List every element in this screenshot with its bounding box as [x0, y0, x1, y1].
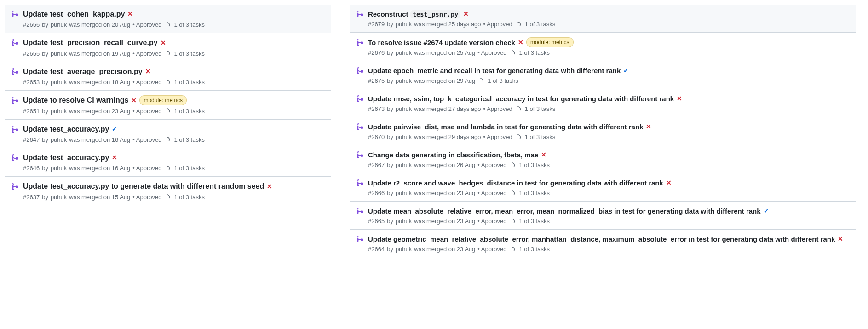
- pr-item[interactable]: Update pairwise_dist, mse and lambda in …: [350, 117, 856, 145]
- pr-title[interactable]: Update test_precision_recall_curve.py: [23, 38, 158, 48]
- pr-item[interactable]: Update test_average_precision.py ✕ #2653…: [5, 62, 331, 90]
- merged-icon: [357, 38, 364, 47]
- label-chip[interactable]: module: metrics: [139, 95, 187, 105]
- pr-title[interactable]: Update test_average_precision.py: [23, 67, 143, 77]
- pr-author[interactable]: puhuk: [396, 162, 412, 168]
- git-merge-icon: [357, 207, 364, 214]
- pr-title[interactable]: Update test_accuracy.py: [23, 153, 109, 163]
- pr-number[interactable]: #2651: [23, 108, 40, 115]
- pr-meta: #2670 by puhuk was merged 29 days ago Ap…: [368, 133, 852, 140]
- pr-title-line: Update test_cohen_kappa.py ✕: [23, 9, 328, 19]
- pr-number[interactable]: #2637: [23, 194, 40, 201]
- pr-tasks: 1 of 3 tasks: [174, 136, 204, 143]
- pr-title[interactable]: Reconstruct test_psnr.py: [368, 9, 460, 19]
- pr-title[interactable]: Update mean_absolute_relative_error, mea…: [368, 206, 761, 216]
- pr-title[interactable]: To resolve issue #2674 update version ch…: [368, 38, 515, 47]
- svg-point-10: [515, 107, 520, 112]
- pr-item[interactable]: Update test_accuracy.py ✓ #2647 by puhuk…: [5, 119, 331, 148]
- pr-title[interactable]: Update test_accuracy.py: [23, 124, 109, 134]
- pr-author[interactable]: puhuk: [51, 165, 67, 172]
- pr-author[interactable]: puhuk: [396, 246, 412, 253]
- pr-number[interactable]: #2667: [368, 162, 385, 168]
- pr-author[interactable]: puhuk: [51, 108, 67, 115]
- pr-title[interactable]: Update test_accuracy.py to generate data…: [23, 181, 264, 191]
- pr-tasks: 1 of 3 tasks: [519, 218, 549, 225]
- pr-body: Update test_accuracy.py ✓ #2647 by puhuk…: [23, 124, 328, 143]
- tasklist-icon: [509, 190, 517, 196]
- pr-author[interactable]: puhuk: [396, 133, 412, 140]
- pr-item[interactable]: To resolve issue #2674 update version ch…: [350, 32, 856, 61]
- pr-item[interactable]: Update test_accuracy.py to generate data…: [5, 176, 331, 205]
- pr-author[interactable]: puhuk: [396, 105, 412, 112]
- pr-merged: was merged on 23 Aug: [414, 218, 475, 225]
- pr-meta: #2664 by puhuk was merged on 23 Aug Appr…: [368, 246, 852, 253]
- git-merge-icon: [357, 95, 364, 102]
- pr-by: by: [387, 77, 393, 84]
- pr-tasks: 1 of 3 tasks: [525, 133, 555, 140]
- pr-by: by: [387, 246, 393, 253]
- pr-title-text: Reconstruct: [368, 10, 410, 18]
- pr-title[interactable]: Change data generating in classification…: [368, 150, 538, 160]
- pr-item[interactable]: Change data generating in classification…: [350, 145, 856, 173]
- pr-item[interactable]: Update to resolve CI warnings ✕ module: …: [5, 90, 331, 119]
- pr-number[interactable]: #2655: [23, 50, 40, 57]
- pr-by: by: [387, 190, 393, 196]
- pr-item[interactable]: Update rmse, ssim, top_k_categorical_acc…: [350, 89, 856, 117]
- pr-title[interactable]: Update to resolve CI warnings: [23, 95, 128, 105]
- pr-number[interactable]: #2664: [368, 246, 385, 253]
- pr-title[interactable]: Update geometric_mean_relative_absolute_…: [368, 234, 835, 244]
- pr-by: by: [387, 49, 393, 56]
- pr-item[interactable]: Update geometric_mean_relative_absolute_…: [350, 229, 856, 257]
- pr-author[interactable]: puhuk: [396, 77, 412, 84]
- pr-number[interactable]: #2656: [23, 21, 40, 28]
- pr-item[interactable]: Update mean_absolute_relative_error, mea…: [350, 201, 856, 229]
- pr-author[interactable]: puhuk: [51, 194, 67, 201]
- pr-author[interactable]: puhuk: [396, 21, 412, 28]
- pr-number[interactable]: #2673: [368, 105, 385, 112]
- pr-number[interactable]: #2666: [368, 190, 385, 196]
- pr-number[interactable]: #2679: [368, 21, 385, 28]
- pr-number[interactable]: #2653: [23, 79, 40, 86]
- pr-title[interactable]: Update r2_score and wave_hedges_distance…: [368, 178, 663, 188]
- pr-meta: #2666 by puhuk was merged on 23 Aug Appr…: [368, 190, 852, 196]
- label-chip[interactable]: module: metrics: [526, 37, 574, 47]
- pr-approved: Approved: [132, 194, 161, 201]
- pr-item[interactable]: Update test_accuracy.py ✕ #2646 by puhuk…: [5, 148, 331, 176]
- status-x-icon: ✕: [646, 122, 651, 132]
- tasklist-icon: [164, 50, 172, 57]
- status-x-icon: ✕: [127, 10, 133, 19]
- pr-title-line: Change data generating in classification…: [368, 150, 852, 160]
- pr-number[interactable]: #2647: [23, 136, 40, 143]
- pr-body: Update mean_absolute_relative_error, mea…: [368, 206, 852, 225]
- pr-author[interactable]: puhuk: [396, 190, 412, 196]
- pr-title-line: Reconstruct test_psnr.py ✕: [368, 9, 852, 19]
- pr-meta: #2679 by puhuk was merged 25 days ago Ap…: [368, 21, 852, 28]
- pr-item[interactable]: Update r2_score and wave_hedges_distance…: [350, 173, 856, 201]
- svg-point-3: [165, 109, 170, 114]
- pr-number[interactable]: #2665: [368, 218, 385, 225]
- pr-author[interactable]: puhuk: [51, 50, 67, 57]
- pr-title[interactable]: Update epoch_metric and recall in test f…: [368, 66, 621, 75]
- merged-icon: [12, 154, 19, 162]
- pr-item[interactable]: Update test_cohen_kappa.py ✕ #2656 by pu…: [5, 5, 331, 33]
- pr-item[interactable]: Update test_precision_recall_curve.py ✕ …: [5, 33, 331, 61]
- merged-icon: [12, 10, 19, 19]
- pr-author[interactable]: puhuk: [51, 21, 67, 28]
- pr-number[interactable]: #2676: [368, 49, 385, 56]
- git-merge-icon: [357, 179, 364, 186]
- pr-item[interactable]: Reconstruct test_psnr.py ✕ #2679 by puhu…: [350, 5, 856, 32]
- pr-title[interactable]: Update test_cohen_kappa.py: [23, 9, 125, 19]
- pr-number[interactable]: #2670: [368, 133, 385, 140]
- pr-number[interactable]: #2675: [368, 77, 385, 84]
- pr-title[interactable]: Update pairwise_dist, mse and lambda in …: [368, 122, 643, 132]
- pr-item[interactable]: Update epoch_metric and recall in test f…: [350, 61, 856, 89]
- pr-number[interactable]: #2646: [23, 165, 40, 172]
- merged-icon: [12, 96, 19, 105]
- git-merge-icon: [12, 10, 19, 17]
- pr-author[interactable]: puhuk: [396, 49, 412, 56]
- pr-title[interactable]: Update rmse, ssim, top_k_categorical_acc…: [368, 94, 674, 104]
- pr-author[interactable]: puhuk: [396, 218, 412, 225]
- pr-merged: was merged 25 days ago: [414, 21, 481, 28]
- pr-author[interactable]: puhuk: [51, 79, 67, 86]
- pr-author[interactable]: puhuk: [51, 136, 67, 143]
